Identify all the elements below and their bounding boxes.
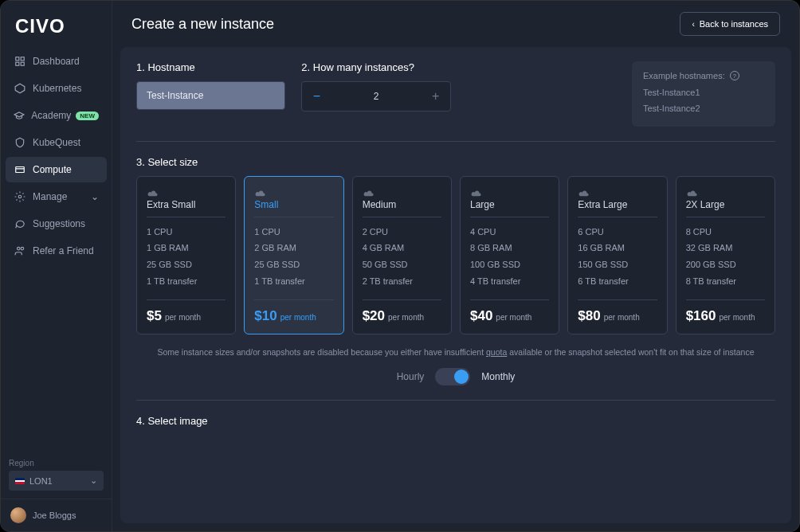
svg-rect-1	[21, 57, 24, 61]
size-transfer: 8 TB transfer	[686, 273, 765, 290]
size-ram: 4 GB RAM	[363, 240, 441, 256]
decrement-button[interactable]: −	[302, 82, 331, 111]
main: Create a new instance ‹ Back to instance…	[112, 1, 799, 531]
users-icon	[14, 244, 26, 257]
sidebar-item-compute[interactable]: Compute	[6, 157, 107, 182]
sidebar-item-label: Kubernetes	[33, 83, 81, 94]
logo: CIVO	[1, 1, 112, 49]
size-transfer: 1 TB transfer	[147, 273, 225, 290]
cloud-icon	[578, 186, 590, 194]
academy-icon	[14, 109, 25, 122]
divider	[136, 400, 775, 401]
size-note: Some instance sizes and/or snapshots are…	[136, 347, 775, 357]
price-unit: per month	[280, 313, 316, 322]
gear-icon	[14, 190, 26, 203]
hostname-input[interactable]	[136, 81, 285, 110]
price-amount: $5	[147, 308, 162, 324]
chevron-down-icon: ⌄	[91, 191, 99, 202]
region-label: Region	[9, 459, 104, 467]
back-to-instances-button[interactable]: ‹ Back to instances	[680, 12, 780, 36]
size-ssd: 25 GB SSD	[254, 256, 333, 273]
increment-button[interactable]: +	[422, 82, 450, 111]
user-name: Joe Bloggs	[33, 510, 76, 520]
sidebar-item-label: KubeQuest	[33, 137, 80, 148]
size-ssd: 150 GB SSD	[578, 256, 657, 273]
price-amount: $160	[686, 308, 716, 324]
quantity-stepper: − 2 +	[301, 81, 450, 111]
size-card-extra-small[interactable]: Extra Small 1 CPU 1 GB RAM 25 GB SSD 1 T…	[136, 176, 236, 335]
sidebar-item-refer-a-friend[interactable]: Refer a Friend	[6, 238, 107, 264]
size-ssd: 100 GB SSD	[470, 256, 549, 273]
size-ram: 32 GB RAM	[686, 240, 765, 256]
price-amount: $10	[254, 308, 276, 324]
cloud-icon	[363, 186, 375, 194]
toggle-knob	[454, 370, 469, 384]
price-row: $40 per month	[470, 299, 549, 324]
sidebar-item-academy[interactable]: AcademyNEW	[6, 103, 107, 128]
sidebar-item-label: Compute	[33, 164, 72, 175]
region-block: Region LON1 ⌄	[1, 451, 112, 499]
size-grid: Extra Small 1 CPU 1 GB RAM 25 GB SSD 1 T…	[136, 176, 775, 335]
compute-icon	[14, 163, 26, 176]
size-ram: 16 GB RAM	[578, 240, 657, 256]
price-row: $20 per month	[363, 299, 441, 324]
chevron-left-icon: ‹	[692, 20, 694, 29]
example-hostnames-box: Example hostnames: ? Test-Instance1 Test…	[632, 61, 775, 127]
size-ram: 1 GB RAM	[147, 240, 225, 256]
chevron-down-icon: ⌄	[90, 475, 97, 486]
size-name: Extra Small	[147, 199, 225, 217]
help-icon[interactable]: ?	[730, 71, 739, 80]
content: 1. Hostname 2. How many instances? − 2 +…	[120, 47, 791, 523]
size-card-medium[interactable]: Medium 2 CPU 4 GB RAM 50 GB SSD 2 TB tra…	[352, 176, 452, 335]
size-transfer: 6 TB transfer	[578, 273, 657, 290]
shield-icon	[14, 136, 26, 149]
sidebar: CIVO DashboardKubernetesAcademyNEWKubeQu…	[1, 1, 112, 531]
billing-hourly-label[interactable]: Hourly	[397, 371, 425, 382]
region-value: LON1	[29, 476, 53, 486]
sidebar-item-kubequest[interactable]: KubeQuest	[6, 130, 107, 155]
header: Create a new instance ‹ Back to instance…	[112, 1, 799, 47]
price-unit: per month	[388, 313, 424, 322]
price-row: $160 per month	[686, 299, 765, 324]
size-card-small[interactable]: Small 1 CPU 2 GB RAM 25 GB SSD 1 TB tran…	[244, 176, 343, 335]
sidebar-item-manage[interactable]: Manage⌄	[6, 184, 107, 209]
svg-rect-2	[16, 62, 19, 65]
region-select[interactable]: LON1 ⌄	[9, 471, 104, 491]
avatar	[10, 507, 26, 523]
sidebar-item-label: Refer a Friend	[33, 245, 94, 256]
size-card-extra-large[interactable]: Extra Large 6 CPU 16 GB RAM 150 GB SSD 6…	[567, 176, 667, 335]
size-card-large[interactable]: Large 4 CPU 8 GB RAM 100 GB SSD 4 TB tra…	[460, 176, 559, 335]
size-ram: 2 GB RAM	[254, 240, 333, 256]
quota-link[interactable]: quota	[486, 347, 507, 357]
size-transfer: 1 TB transfer	[254, 273, 333, 290]
svg-rect-5	[16, 167, 25, 173]
size-ssd: 200 GB SSD	[686, 256, 765, 273]
cloud-icon	[254, 186, 267, 194]
size-name: Large	[470, 199, 549, 217]
sidebar-item-label: Manage	[33, 191, 67, 202]
size-ssd: 25 GB SSD	[147, 256, 225, 273]
price-unit: per month	[604, 313, 640, 322]
svg-marker-4	[15, 84, 25, 93]
cloud-icon	[470, 186, 483, 194]
cloud-icon	[147, 186, 159, 194]
quantity-value: 2	[331, 91, 421, 102]
price-unit: per month	[719, 313, 755, 322]
size-section-label: 3. Select size	[136, 156, 775, 168]
cloud-icon	[686, 186, 699, 194]
billing-toggle[interactable]	[435, 368, 470, 385]
user-block[interactable]: Joe Bloggs	[1, 499, 112, 531]
size-card-2x-large[interactable]: 2X Large 8 CPU 32 GB RAM 200 GB SSD 8 TB…	[676, 176, 775, 335]
price-amount: $40	[470, 308, 492, 324]
uk-flag-icon	[15, 478, 25, 484]
divider	[136, 141, 775, 142]
sidebar-item-kubernetes[interactable]: Kubernetes	[6, 76, 107, 101]
size-cpu: 4 CPU	[470, 224, 549, 241]
billing-monthly-label[interactable]: Monthly	[481, 371, 515, 382]
price-amount: $20	[363, 308, 385, 324]
sidebar-item-dashboard[interactable]: Dashboard	[6, 49, 107, 74]
sidebar-item-suggestions[interactable]: Suggestions	[6, 211, 107, 237]
price-row: $80 per month	[578, 299, 657, 324]
size-cpu: 8 CPU	[686, 224, 765, 241]
size-transfer: 4 TB transfer	[470, 273, 549, 290]
